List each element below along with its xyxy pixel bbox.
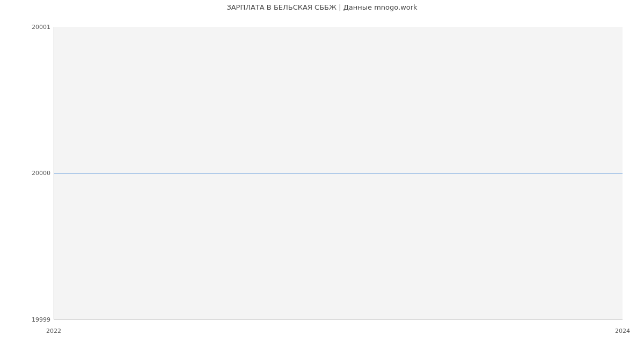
- line-chart: ЗАРПЛАТА В БЕЛЬСКАЯ СББЖ | Данные mnogo.…: [0, 0, 644, 349]
- y-tick-label: 20001: [2, 24, 50, 31]
- y-tick-label: 19999: [2, 316, 50, 323]
- x-tick-label: 2024: [613, 328, 632, 335]
- chart-title: ЗАРПЛАТА В БЕЛЬСКАЯ СББЖ | Данные mnogo.…: [0, 3, 644, 11]
- y-tick-label: 20000: [2, 170, 50, 177]
- x-tick-label: 2022: [44, 328, 63, 335]
- plot-area: [54, 27, 623, 319]
- series-line: [54, 173, 623, 173]
